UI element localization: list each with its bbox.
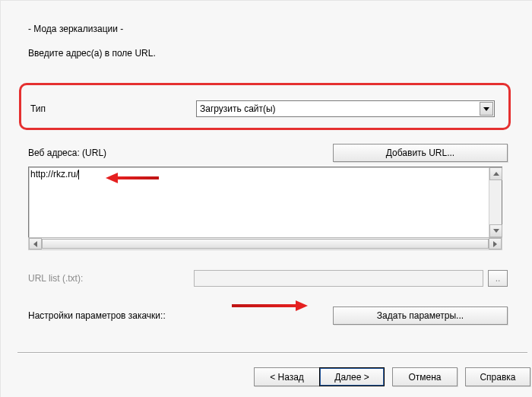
url-textarea[interactable]: http://rkz.ru/ (28, 167, 502, 238)
vertical-scrollbar[interactable] (489, 167, 502, 237)
wizard-nav-bar: < Назад Далее > Отмена Справка (254, 367, 530, 386)
horizontal-scrollbar[interactable] (28, 237, 502, 250)
scroll-right-button[interactable] (489, 238, 502, 249)
scroll-up-button[interactable] (489, 167, 502, 180)
help-button[interactable]: Справка (465, 367, 530, 386)
chevron-up-icon (493, 172, 499, 176)
type-label: Тип (30, 103, 196, 114)
set-params-button[interactable]: Задать параметры... (333, 306, 508, 325)
chevron-left-icon (33, 241, 37, 247)
url-list-input (194, 270, 483, 287)
text-caret-icon (78, 170, 79, 179)
cancel-button[interactable]: Отмена (392, 367, 458, 386)
type-highlight-annotation: Тип Загрузить сайт(ы) (19, 83, 511, 130)
scroll-left-button[interactable] (29, 238, 42, 249)
back-button[interactable]: < Назад (254, 367, 319, 386)
params-label: Настройки параметров закачки:: (28, 310, 226, 321)
add-url-button[interactable]: Добавить URL... (333, 144, 508, 162)
next-button[interactable]: Далее > (319, 367, 385, 386)
mirror-wizard-panel: - Мода зеркализации - Введите адрес(а) в… (0, 0, 532, 397)
scrollbar-thumb[interactable] (42, 239, 489, 249)
url-list-browse-button[interactable]: .. (488, 270, 508, 287)
chevron-down-icon (483, 107, 489, 111)
separator-line (17, 352, 527, 354)
web-addresses-label: Веб адреса: (URL) (28, 148, 333, 158)
section-title: - Мода зеркализации - (28, 24, 508, 34)
type-select[interactable]: Загрузить сайт(ы) (196, 100, 495, 117)
url-textarea-content: http://rkz.ru/ (30, 169, 488, 179)
chevron-down-icon (493, 229, 499, 233)
url-list-label: URL list (.txt): (28, 273, 194, 284)
instruction-text: Введите адрес(а) в поле URL. (28, 48, 508, 59)
type-select-dropdown-button[interactable] (480, 102, 493, 116)
type-select-value: Загрузить сайт(ы) (200, 103, 276, 114)
chevron-right-icon (493, 241, 497, 247)
scroll-down-button[interactable] (489, 224, 502, 237)
